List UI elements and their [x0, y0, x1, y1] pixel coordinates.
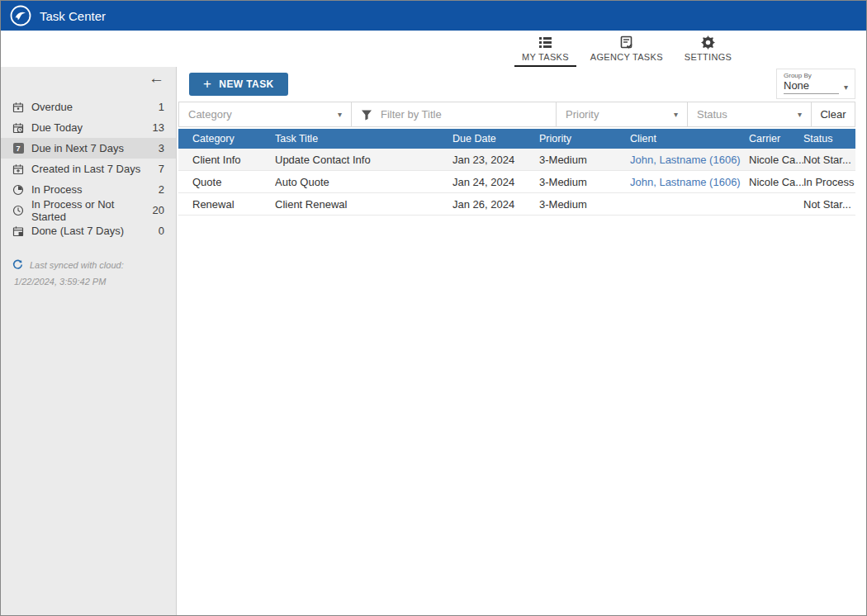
status-filter-dropdown[interactable]: Status ▾ — [688, 102, 812, 126]
priority-filter-dropdown[interactable]: Priority ▾ — [557, 102, 688, 126]
clear-label: Clear — [820, 108, 846, 121]
column-header-task-title[interactable]: Task Title — [275, 133, 452, 145]
tab-group: MY TASKS AGENCY TASKS SETTINGS — [511, 31, 742, 67]
sync-timestamp: 1/22/2024, 3:59:42 PM — [14, 277, 164, 287]
sidebar-item-in-process[interactable]: In Process 2 — [1, 179, 176, 200]
tab-label: AGENCY TASKS — [590, 52, 663, 62]
hawk-logo-icon — [10, 5, 31, 26]
cell-priority: 3-Medium — [539, 176, 630, 188]
tab-label: MY TASKS — [522, 52, 569, 62]
tab-label: SETTINGS — [685, 52, 732, 62]
clipboard-check-icon — [619, 36, 633, 50]
chevron-down-icon: ▾ — [674, 110, 678, 119]
chevron-down-icon: ▾ — [844, 83, 848, 92]
sidebar-item-due-today[interactable]: Due Today 13 — [1, 117, 176, 138]
tab-agency-tasks[interactable]: AGENCY TASKS — [580, 31, 674, 67]
column-header-carrier[interactable]: Carrier — [749, 133, 803, 145]
sidebar-item-label: In Process or Not Started — [31, 198, 145, 223]
cell-status: In Process — [803, 176, 855, 188]
cell-task-title: Auto Quote — [275, 176, 452, 188]
tab-my-tasks[interactable]: MY TASKS — [511, 31, 580, 67]
new-task-label: NEW TASK — [219, 78, 273, 90]
page-title: Task Center — [40, 9, 106, 23]
table-header-row: Category Task Title Due Date Priority Cl… — [178, 129, 855, 149]
cell-client-link[interactable]: John, Lastname (1606) — [630, 176, 749, 188]
title-filter-input[interactable]: Filter by Title — [352, 102, 557, 126]
toolbar: + NEW TASK Group By None ▾ — [177, 67, 866, 102]
table-row[interactable]: Renewal Client Renewal Jan 26, 2024 3-Me… — [178, 193, 855, 216]
cell-due-date: Jan 26, 2024 — [452, 198, 539, 211]
cell-priority: 3-Medium — [539, 154, 630, 166]
sidebar-item-count: 1 — [159, 101, 164, 113]
filter-bar: Category ▾ Filter by Title Priority ▾ St… — [178, 102, 855, 127]
cell-category: Renewal — [192, 198, 275, 211]
sidebar-item-created-last-7-days[interactable]: Created in Last 7 Days 7 — [1, 159, 176, 179]
list-icon — [538, 36, 552, 50]
seven-badge-icon: 7 — [12, 143, 24, 154]
sidebar-item-label: Done (Last 7 Days) — [31, 225, 124, 237]
filter-funnel-icon — [361, 109, 372, 121]
cell-carrier: Nicole Ca... — [749, 154, 803, 166]
sidebar-item-label: Overdue — [31, 101, 73, 113]
sidebar-item-label: In Process — [31, 183, 82, 196]
sidebar-item-label: Created in Last 7 Days — [31, 163, 140, 175]
column-header-due-date[interactable]: Due Date — [452, 133, 539, 145]
category-filter-placeholder: Category — [188, 108, 232, 121]
sidebar: ← Overdue 1 Due Today 13 — [1, 67, 177, 615]
main-content: + NEW TASK Group By None ▾ Category ▾ — [177, 67, 866, 615]
title-bar: Task Center — [1, 1, 866, 31]
sidebar-item-overdue[interactable]: Overdue 1 — [1, 97, 176, 117]
sidebar-item-due-next-7-days[interactable]: 7 Due in Next 7 Days 3 — [1, 138, 176, 159]
tab-settings[interactable]: SETTINGS — [674, 31, 742, 67]
tab-bar: MY TASKS AGENCY TASKS SETTINGS — [1, 31, 866, 67]
column-header-status[interactable]: Status — [803, 133, 855, 145]
cell-status: Not Star... — [803, 154, 855, 166]
plus-icon: + — [203, 77, 211, 91]
cell-category: Client Info — [192, 154, 275, 166]
tasks-table: Category Task Title Due Date Priority Cl… — [178, 129, 855, 216]
gear-icon — [701, 36, 715, 50]
cell-status: Not Star... — [803, 198, 855, 211]
clear-filters-button[interactable]: Clear — [812, 102, 855, 126]
cell-task-title: Client Renewal — [275, 198, 452, 211]
calendar-check-icon — [12, 225, 24, 237]
sidebar-item-count: 13 — [153, 121, 164, 134]
category-filter-dropdown[interactable]: Category ▾ — [179, 102, 352, 126]
sidebar-item-done-last-7-days[interactable]: Done (Last 7 Days) 0 — [1, 220, 176, 241]
column-header-client[interactable]: Client — [630, 133, 749, 145]
clock-outline-icon — [12, 205, 24, 216]
column-header-category[interactable]: Category — [192, 133, 275, 145]
chevron-down-icon: ▾ — [338, 110, 342, 119]
sidebar-item-count: 20 — [153, 204, 164, 216]
table-row[interactable]: Client Info Update Contact Info Jan 23, … — [178, 149, 855, 171]
new-task-button[interactable]: + NEW TASK — [189, 73, 288, 96]
sidebar-item-count: 7 — [159, 163, 164, 175]
app-window: Task Center MY TASKS AGENCY TASKS — [0, 0, 867, 616]
sidebar-item-in-process-or-not-started[interactable]: In Process or Not Started 20 — [1, 200, 176, 220]
sidebar-item-label: Due Today — [31, 121, 83, 134]
cell-priority: 3-Medium — [539, 198, 630, 211]
status-filter-placeholder: Status — [697, 108, 727, 121]
sync-label: Last synced with cloud: — [30, 260, 124, 270]
cell-due-date: Jan 23, 2024 — [452, 154, 539, 166]
column-header-priority[interactable]: Priority — [539, 133, 630, 145]
cell-category: Quote — [192, 176, 275, 188]
calendar-clock-icon — [12, 122, 24, 134]
sidebar-item-count: 3 — [159, 142, 164, 154]
chevron-down-icon: ▾ — [798, 110, 802, 119]
sidebar-item-label: Due in Next 7 Days — [31, 142, 124, 154]
sync-refresh-icon[interactable] — [12, 259, 23, 270]
group-by-value: None — [784, 79, 839, 94]
calendar-alert-icon — [12, 102, 24, 113]
sidebar-nav: Overdue 1 Due Today 13 7 Due in Next 7 D… — [1, 97, 176, 241]
sidebar-item-count: 0 — [159, 225, 164, 237]
cell-carrier: Nicole Ca... — [749, 176, 803, 188]
sync-status: Last synced with cloud: 1/22/2024, 3:59:… — [1, 259, 176, 287]
collapse-sidebar-icon[interactable]: ← — [149, 70, 164, 86]
table-row[interactable]: Quote Auto Quote Jan 24, 2024 3-Medium J… — [178, 171, 855, 193]
cell-due-date: Jan 24, 2024 — [452, 176, 539, 188]
sidebar-item-count: 2 — [159, 183, 164, 196]
calendar-plus-icon — [12, 163, 24, 175]
cell-client-link[interactable]: John, Lastname (1606) — [630, 154, 749, 166]
group-by-dropdown[interactable]: Group By None ▾ — [776, 69, 855, 99]
